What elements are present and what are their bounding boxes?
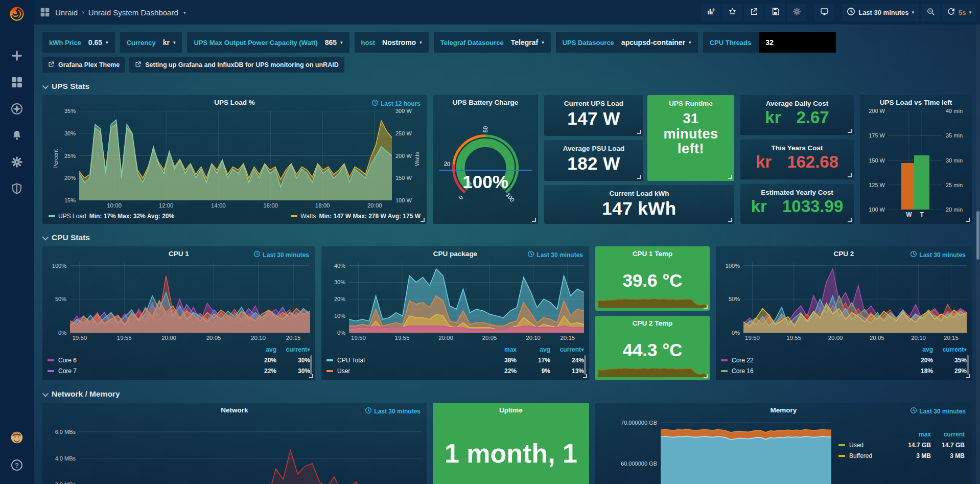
panel-time-range-label[interactable]: Last 30 minutes: [910, 250, 966, 259]
sidebar-item-help[interactable]: ?: [10, 459, 24, 473]
panel-cpu1-temp[interactable]: CPU 1 Temp 39.6 °C: [595, 246, 710, 311]
panel-ups-load-graph[interactable]: UPS Load %Last 12 hours15%20%25%30%35%Pe…: [42, 95, 427, 224]
variable-value[interactable]: 865▾: [325, 38, 343, 47]
page-scrollbar[interactable]: [976, 25, 980, 484]
legend-value: 35%: [933, 357, 967, 364]
panel-memory-graph[interactable]: MemoryLast 30 minutes50.000000 GB60.0000…: [595, 403, 972, 484]
panel-network-graph[interactable]: NetworkLast 30 minutes2.0 MBs4.0 MBs6.0 …: [42, 403, 427, 484]
panel-current-load-kwh[interactable]: Current Load kWh 147 kWh: [544, 185, 734, 224]
breadcrumb-page-title[interactable]: Unraid System Dashboard: [88, 8, 178, 17]
plot-area[interactable]: [79, 111, 392, 200]
panel-ups-load-vs-time-left[interactable]: UPS Load vs Time left100 W125 W150 W175 …: [860, 95, 972, 224]
sidebar-item-configuration[interactable]: [10, 156, 24, 170]
sidebar-item-server-admin[interactable]: [10, 183, 24, 196]
legend-series-toggle[interactable]: CPU Total: [326, 357, 483, 364]
legend-sort-header[interactable]: avg: [899, 346, 933, 353]
refresh-picker[interactable]: 5s ▾: [942, 4, 976, 21]
panel-title[interactable]: UPS Load vs Time left: [865, 99, 967, 106]
variable-host[interactable]: hostNostromo▾: [355, 32, 429, 53]
legend-sort-header[interactable]: current▾: [550, 346, 584, 353]
panel-cpu2-temp[interactable]: CPU 2 Temp 44.3 °C: [595, 316, 710, 380]
legend-series-toggle[interactable]: UPS LoadMin: 17% Max: 32% Avg: 20%: [49, 213, 174, 220]
legend-sort-header[interactable]: current▾: [276, 346, 310, 353]
legend-series-toggle[interactable]: User: [326, 367, 483, 375]
variable-value[interactable]: Telegraf▾: [511, 38, 544, 47]
variable-kwh-price[interactable]: kWh Price0.65▾: [42, 32, 115, 53]
sidebar-item-alerting[interactable]: [10, 130, 24, 143]
variable-currency[interactable]: Currencykr▾: [120, 32, 182, 53]
section-header-cpu-stats[interactable]: CPU Stats: [42, 233, 972, 242]
panel-current-ups-load[interactable]: Current UPS Load 147 W: [544, 95, 643, 136]
variable-input[interactable]: [759, 32, 836, 53]
legend-sort-header[interactable]: current: [931, 431, 965, 438]
legend-scrollbar[interactable]: [967, 355, 969, 375]
section-header-ups-stats[interactable]: UPS Stats: [42, 82, 972, 91]
dashboard-link[interactable]: Grafana Plex Theme: [42, 57, 125, 73]
star-dashboard-button[interactable]: [722, 4, 742, 21]
panel-average-psu-load[interactable]: Average PSU Load 182 W: [544, 140, 643, 181]
plot-area[interactable]: [661, 419, 831, 484]
panel-estimated-yearly-cost[interactable]: Estimated Yearly Cost kr1033.99: [740, 184, 854, 224]
time-range-picker[interactable]: Last 30 minutes ▾: [842, 4, 919, 21]
legend-sort-header[interactable]: current▾: [933, 346, 967, 353]
sidebar-item-create[interactable]: [10, 50, 24, 63]
plot-area[interactable]: [889, 111, 942, 210]
variable-value[interactable]: apcupsd-container▾: [621, 38, 691, 47]
grafana-logo[interactable]: [0, 0, 34, 30]
legend-scrollbar[interactable]: [584, 355, 586, 375]
variable-ups-datasource[interactable]: UPS Datasourceapcupsd-container▾: [556, 32, 698, 53]
panel-this-years-cost[interactable]: This Years Cost kr162.68: [740, 140, 854, 179]
panel-ups-runtime[interactable]: UPS Runtime 31 minutes left!: [647, 95, 734, 181]
panel-time-range-label[interactable]: Last 30 minutes: [365, 407, 421, 416]
variable-value[interactable]: Nostromo▾: [382, 38, 422, 47]
dashboard-link[interactable]: Setting up Grafana and InfluxDB for UPS …: [129, 57, 344, 73]
variable-value[interactable]: 0.65▾: [88, 38, 108, 47]
plot-area[interactable]: [70, 262, 310, 333]
panel-ups-battery-charge[interactable]: UPS Battery Charge02050100100%: [433, 95, 538, 224]
variable-telegraf-datasource[interactable]: Telegraf DatasourceTelegraf▾: [434, 32, 551, 53]
bar-t[interactable]: [914, 155, 929, 210]
legend-series-toggle[interactable]: Core 16: [721, 367, 899, 375]
sidebar-item-explore[interactable]: [10, 103, 24, 117]
legend-series-toggle[interactable]: Used: [838, 442, 897, 449]
panel-time-range-label[interactable]: Last 30 minutes: [910, 407, 966, 416]
legend-series-toggle[interactable]: Core 7: [48, 367, 243, 375]
legend-sort-header[interactable]: avg: [243, 346, 276, 353]
panel-time-range-label[interactable]: Last 12 hours: [371, 99, 421, 108]
save-dashboard-button[interactable]: [765, 4, 785, 21]
zoom-out-time-button[interactable]: [921, 4, 940, 21]
legend-series-toggle[interactable]: Core 6: [48, 357, 243, 364]
plot-area[interactable]: [349, 262, 584, 333]
sidebar-item-dashboards[interactable]: [10, 77, 24, 90]
share-dashboard-button[interactable]: [744, 4, 763, 21]
user-avatar[interactable]: [10, 432, 24, 445]
plot-area[interactable]: [79, 419, 422, 484]
plot-area[interactable]: [743, 262, 967, 333]
panel-cpu-package-graph[interactable]: CPU packageLast 30 minutes0%10%20%30%40%…: [321, 246, 589, 380]
legend-value: 3 MB: [931, 452, 965, 459]
legend-sort-header[interactable]: max: [897, 431, 931, 438]
panel-time-range-label[interactable]: Last 30 minutes: [527, 250, 583, 259]
cycle-view-mode-button[interactable]: [814, 4, 834, 21]
panel-time-range-label[interactable]: Last 30 minutes: [253, 250, 309, 259]
legend-scrollbar[interactable]: [310, 355, 312, 375]
add-panel-button[interactable]: [701, 4, 720, 21]
legend-series-toggle[interactable]: Buffered: [838, 452, 897, 459]
panel-cpu2-graph[interactable]: CPU 2Last 30 minutes0%50%100%19:5019:552…: [716, 246, 972, 380]
scrollbar-thumb[interactable]: [976, 211, 979, 260]
legend-series-toggle[interactable]: WattsMin: 147 W Max: 278 W Avg: 175 W: [291, 213, 421, 220]
legend-sort-header[interactable]: avg: [517, 346, 550, 353]
panel-average-daily-cost[interactable]: Average Daily Cost kr2.67: [740, 95, 854, 135]
panel-title[interactable]: UPS Battery Charge: [438, 99, 533, 106]
dashboard-settings-button[interactable]: [787, 4, 806, 21]
section-header-network-memory[interactable]: Network / Memory: [42, 389, 972, 399]
panel-uptime[interactable]: Uptime 1 month, 1: [433, 403, 589, 484]
legend-series-toggle[interactable]: Core 22: [721, 357, 899, 364]
variable-cpu-threads[interactable]: CPU Threads: [703, 32, 836, 53]
breadcrumb-app[interactable]: Unraid: [55, 8, 78, 17]
variable-ups-max-output-power-capacity-watt-[interactable]: UPS Max Output Power Capacity (Watt)865▾: [187, 32, 349, 53]
legend-sort-header[interactable]: max: [483, 346, 517, 353]
panel-cpu1-graph[interactable]: CPU 1Last 30 minutes0%50%100%19:5019:552…: [42, 246, 315, 380]
panel-title[interactable]: UPS Load %: [48, 99, 422, 106]
variable-value[interactable]: kr▾: [163, 38, 176, 47]
